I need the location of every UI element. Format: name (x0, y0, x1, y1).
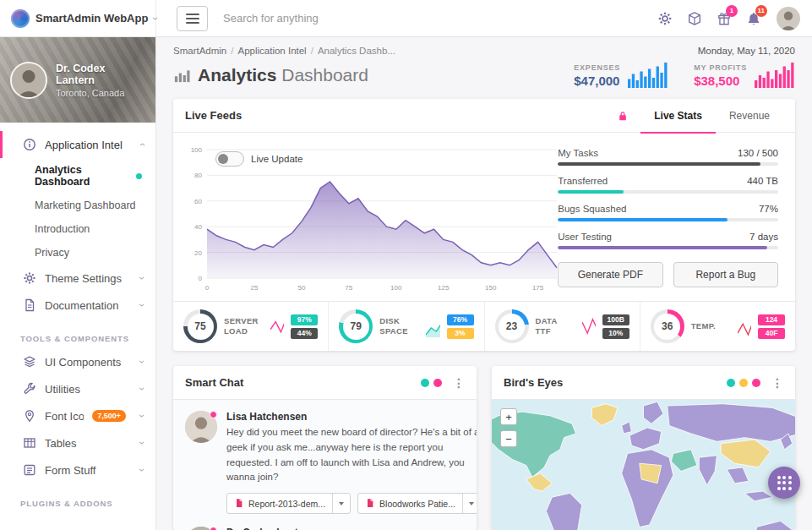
chat-message: Lisa HatchensenHey did you meet the new … (185, 411, 465, 514)
tile-badge: 76% (447, 314, 474, 325)
profile-card[interactable]: Dr. Codex Lantern Toronto, Canada (0, 37, 155, 123)
top-navbar: SmartAdmin WebApp › 111 (0, 0, 812, 37)
tab-live-stats[interactable]: Live Stats (640, 99, 716, 133)
app-launcher-button[interactable] (768, 467, 800, 499)
breadcrumb-item[interactable]: SmartAdmin (173, 46, 226, 56)
map-svg-container (492, 400, 795, 530)
navbar-actions: 111 (650, 0, 812, 36)
user-avatar[interactable] (777, 7, 800, 30)
zoom-in-button[interactable]: + (500, 408, 517, 425)
apps-button[interactable] (679, 0, 709, 37)
sidebar-item-font-icons[interactable]: Font Icons7,500+› (0, 402, 155, 429)
kebab-menu-icon[interactable]: ⋮ (771, 377, 783, 389)
birds-eyes-panel: Bird's Eyes ⋮ + − (492, 366, 795, 530)
chevron-down-icon[interactable] (462, 494, 477, 513)
sidebar-item-documentation[interactable]: Documentation› (0, 292, 155, 319)
sidebar-item-utilities[interactable]: Utilities› (0, 375, 155, 402)
world-map[interactable] (492, 400, 795, 530)
sparkline-bars (755, 63, 795, 88)
sidebar-item-application-intel[interactable]: Application Intel› (0, 131, 155, 158)
sidebar: Dr. Codex Lantern Toronto, Canada Applic… (0, 37, 156, 530)
brand-name: SmartAdmin WebApp (35, 12, 148, 25)
generate-pdf-button[interactable]: Generate PDF (558, 262, 662, 287)
profile-location: Toronto, Canada (56, 88, 145, 98)
kpi-value: $47,000 (574, 74, 620, 88)
lock-icon[interactable] (617, 110, 629, 122)
notifications-badge: 11 (755, 5, 767, 17)
map-body: + − (492, 400, 795, 530)
tab-revenue[interactable]: Revenue (716, 99, 783, 133)
stat-value: 7 days (749, 232, 778, 242)
tile-badge: 100B (602, 314, 629, 325)
live-update-toggle[interactable] (215, 151, 244, 167)
sidebar-subitem-analytics-dashboard[interactable]: Analytics Dashboard (0, 158, 155, 194)
kpi-label: EXPENSES (574, 63, 620, 72)
menu-toggle-button[interactable] (177, 6, 208, 31)
gauge-value: 23 (499, 314, 525, 340)
notifications-button[interactable]: 11 (738, 0, 768, 37)
breadcrumb-item[interactable]: Application Intel (237, 46, 306, 56)
svg-text:125: 125 (438, 284, 450, 292)
breadcrumb-row: SmartAdmin/Application Intel/Analytics D… (156, 37, 812, 57)
chat-sender: Lisa Hatchensen (226, 411, 477, 423)
svg-text:50: 50 (297, 284, 305, 292)
profile-name: Dr. Codex Lantern (56, 63, 145, 86)
sparkline-bars (628, 63, 668, 88)
gauge-ring: 75 (183, 309, 217, 343)
breadcrumb: SmartAdmin/Application Intel/Analytics D… (173, 46, 395, 56)
chevron-down-icon: › (137, 468, 147, 472)
sidebar-subitem-marketing-dashboard[interactable]: Marketing Dashboard (0, 194, 155, 217)
progress-bar (558, 190, 778, 194)
tile-badge: 97% (291, 314, 318, 325)
smart-chat-panel: Smart Chat ⋮ Lisa HatchensenHey did you … (173, 366, 477, 530)
kpi-label: MY PROFITS (694, 63, 747, 72)
chevron-down-icon: › (137, 441, 147, 445)
sidebar-item-theme-settings[interactable]: Theme Settings› (0, 265, 155, 292)
gauge-value: 75 (188, 314, 214, 340)
gauge-ring: 23 (495, 309, 529, 343)
tile-disk-space: 79DISK SPACE76%3% (328, 302, 483, 351)
tile-badge: 44% (291, 328, 318, 339)
status-dot (136, 173, 142, 179)
table-icon (23, 436, 36, 450)
form-icon (23, 463, 36, 477)
kpi-group: EXPENSES$47,000MY PROFITS$38,500 (574, 63, 795, 88)
online-status-dot (210, 527, 217, 530)
attachment-chip[interactable]: Report-2013-dem... (226, 493, 351, 514)
svg-text:175: 175 (532, 284, 544, 292)
sidebar-item-ui-components[interactable]: UI Components› (0, 348, 155, 375)
grid-dots-icon (777, 476, 792, 490)
gauge-value: 79 (343, 314, 369, 340)
search-input[interactable] (223, 12, 477, 25)
chart-icon (173, 67, 190, 84)
stat-label: Transferred (558, 176, 608, 186)
chevron-down-icon[interactable] (332, 494, 350, 513)
svg-text:40: 40 (194, 223, 202, 231)
chevron-down-icon: › (137, 303, 147, 307)
chat-message: Dr. Codex LanternThanks for the file! Yo… (185, 527, 465, 530)
avatar (185, 411, 217, 443)
count-badge: 7,500+ (92, 410, 126, 422)
chevron-down-icon: › (137, 276, 147, 280)
sidebar-subitem-privacy[interactable]: Privacy (0, 241, 155, 265)
svg-text:80: 80 (194, 172, 202, 179)
live-feeds-body: Live Update 0204060801000255075100125150… (173, 133, 795, 301)
zoom-out-button[interactable]: − (500, 430, 517, 447)
stat-value: 130 / 500 (738, 148, 778, 158)
report-a-bug-button[interactable]: Report a Bug (673, 262, 778, 287)
attachment-chip[interactable]: Bloodworks Patie... (357, 493, 477, 514)
settings-button[interactable] (650, 0, 679, 37)
progress-bar (558, 218, 778, 221)
sidebar-item-tables[interactable]: Tables› (0, 429, 155, 456)
tile-badge: 40F (758, 328, 785, 339)
stat-value: 77% (759, 204, 778, 214)
kebab-menu-icon[interactable]: ⋮ (453, 377, 465, 389)
status-dot (739, 379, 748, 387)
gift-button[interactable]: 1 (709, 0, 738, 37)
stat-value: 440 TB (747, 176, 778, 186)
layers-icon (23, 355, 36, 369)
avatar (185, 527, 217, 530)
sidebar-item-form-stuff[interactable]: Form Stuff› (0, 456, 155, 484)
brand[interactable]: SmartAdmin WebApp › (0, 0, 156, 36)
sidebar-subitem-introduction[interactable]: Introduction (0, 217, 155, 241)
